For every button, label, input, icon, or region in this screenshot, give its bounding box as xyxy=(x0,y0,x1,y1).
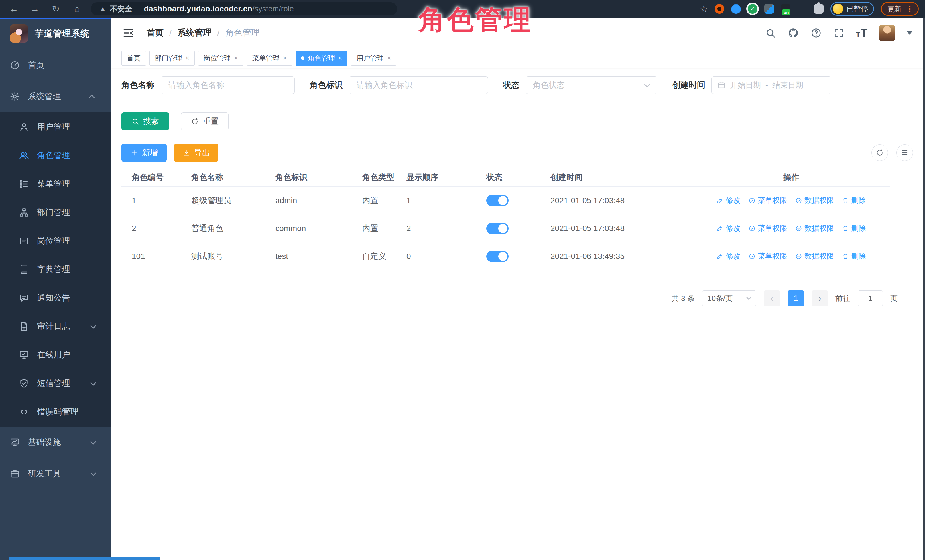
date-start-placeholder[interactable]: 开始日期 xyxy=(730,80,761,90)
bookmark-star-icon[interactable]: ☆ xyxy=(699,3,708,14)
sidebar-item-posts[interactable]: 岗位管理 xyxy=(0,227,111,255)
extension-icon[interactable] xyxy=(764,4,774,14)
status-toggle-on[interactable] xyxy=(486,251,509,262)
cell-role-id: 2 xyxy=(121,215,191,242)
tags-view-bar: 首页 部门管理 × 岗位管理 × 菜单管理 × 角色管理 × xyxy=(111,48,925,68)
address-bar[interactable]: ▲ 不安全 dashboard.yudao.iocoder.cn /system… xyxy=(90,2,397,15)
goto-page-input[interactable] xyxy=(858,290,883,306)
sidebar-item-system[interactable]: 系统管理 xyxy=(0,81,111,112)
data-permission-link[interactable]: 数据权限 xyxy=(795,251,834,261)
data-permission-link[interactable]: 数据权限 xyxy=(795,195,834,206)
close-icon[interactable]: × xyxy=(283,55,287,61)
breadcrumb-section[interactable]: 系统管理 xyxy=(177,27,211,39)
breadcrumb-separator: / xyxy=(217,28,220,38)
sidebar-item-menus[interactable]: 菜单管理 xyxy=(0,170,111,198)
date-range-picker[interactable]: 开始日期 - 结束日期 xyxy=(711,77,831,94)
cell-created-time: 2021-01-05 17:03:48 xyxy=(550,186,693,215)
home-icon[interactable]: ⌂ xyxy=(71,3,83,15)
sidebar-item-home[interactable]: 首页 xyxy=(0,50,111,81)
status-toggle-on[interactable] xyxy=(486,223,509,234)
next-page-button[interactable]: › xyxy=(812,290,828,306)
font-size-icon[interactable]: TT xyxy=(856,28,868,39)
prev-page-button[interactable]: ‹ xyxy=(764,290,780,306)
date-end-placeholder[interactable]: 结束日期 xyxy=(773,80,803,90)
avatar[interactable] xyxy=(879,25,895,41)
back-icon[interactable]: ← xyxy=(8,3,20,15)
close-icon[interactable]: × xyxy=(234,55,238,61)
cell-role-name: 测试账号 xyxy=(191,242,276,270)
search-icon[interactable] xyxy=(765,27,776,39)
close-icon[interactable]: × xyxy=(387,55,391,61)
sidebar-item-notices[interactable]: 通知公告 xyxy=(0,284,111,312)
tab-posts[interactable]: 岗位管理 × xyxy=(198,51,243,66)
collapse-sidebar-icon[interactable] xyxy=(122,27,134,39)
forward-icon[interactable]: → xyxy=(29,3,41,15)
tab-home[interactable]: 首页 xyxy=(121,51,146,66)
breadcrumb-current: 角色管理 xyxy=(226,27,260,39)
cell-role-sort: 1 xyxy=(407,186,486,215)
status-toggle-on[interactable] xyxy=(486,195,509,206)
close-icon[interactable]: × xyxy=(185,55,189,61)
badge-card-icon xyxy=(19,236,29,246)
table-settings xyxy=(871,144,913,161)
breadcrumb-home[interactable]: 首页 xyxy=(146,27,164,39)
delete-link[interactable]: 删除 xyxy=(842,223,866,233)
table-toolbar: 新增 导出 xyxy=(121,144,915,162)
menu-permission-link[interactable]: 菜单权限 xyxy=(749,251,787,261)
page-size-select[interactable]: 10条/页 xyxy=(702,290,756,306)
tab-users[interactable]: 用户管理 × xyxy=(351,51,396,66)
extension-icon[interactable]: ✓ xyxy=(748,4,758,14)
sidebar-item-sms[interactable]: 短信管理 xyxy=(0,369,111,398)
sidebar-item-infrastructure[interactable]: 基础设施 xyxy=(0,427,111,458)
delete-link[interactable]: 删除 xyxy=(842,251,866,261)
search-button[interactable]: 搜索 xyxy=(121,112,169,131)
data-permission-link[interactable]: 数据权限 xyxy=(795,223,834,233)
sidebar-item-audit-log[interactable]: 审计日志 xyxy=(0,312,111,341)
role-code-input[interactable] xyxy=(349,77,488,94)
browser-menu-icon[interactable]: ⋮ xyxy=(905,4,914,14)
sidebar-item-label: 研发工具 xyxy=(28,468,61,479)
status-label: 状态 xyxy=(503,80,519,91)
add-button[interactable]: 新增 xyxy=(121,144,167,162)
edit-link[interactable]: 修改 xyxy=(717,195,741,206)
extension-icon[interactable] xyxy=(715,4,724,14)
status-select[interactable]: 角色状态 xyxy=(526,77,657,94)
sidebar-logo-row[interactable]: 芋道管理系统 xyxy=(0,18,111,50)
sidebar-item-dictionary[interactable]: 字典管理 xyxy=(0,255,111,284)
role-name-input[interactable] xyxy=(161,77,295,94)
tab-departments[interactable]: 部门管理 × xyxy=(149,51,195,66)
delete-link[interactable]: 删除 xyxy=(842,195,866,206)
create-time-label: 创建时间 xyxy=(672,80,705,91)
pagination: 共 3 条 10条/页 ‹ 1 › 前往 页 xyxy=(121,290,915,306)
edit-link[interactable]: 修改 xyxy=(717,223,741,233)
refresh-table-button[interactable] xyxy=(871,144,888,161)
browser-update-button[interactable]: 更新 ⋮ xyxy=(881,2,919,16)
help-icon[interactable] xyxy=(811,27,822,39)
extension-icon[interactable] xyxy=(797,4,807,14)
column-settings-button[interactable] xyxy=(896,144,913,161)
extension-icon[interactable] xyxy=(731,4,741,14)
edit-link[interactable]: 修改 xyxy=(717,251,741,261)
menu-permission-link[interactable]: 菜单权限 xyxy=(749,195,787,206)
sidebar-item-dev-tools[interactable]: 研发工具 xyxy=(0,458,111,489)
download-icon xyxy=(182,149,190,157)
current-page-button[interactable]: 1 xyxy=(788,290,804,306)
tab-roles[interactable]: 角色管理 × xyxy=(295,51,348,66)
extension-icon[interactable] xyxy=(781,4,791,14)
menu-permission-link[interactable]: 菜单权限 xyxy=(749,223,787,233)
browser-profile-paused[interactable]: 已暂停 xyxy=(830,2,874,16)
sidebar-item-users[interactable]: 用户管理 xyxy=(0,113,111,141)
github-icon[interactable] xyxy=(788,27,799,39)
avatar-dropdown-caret-icon[interactable] xyxy=(907,32,913,35)
sidebar-item-error-codes[interactable]: 错误码管理 xyxy=(0,398,111,426)
fullscreen-icon[interactable] xyxy=(833,27,845,39)
close-icon[interactable]: × xyxy=(339,55,342,61)
extensions-puzzle-icon[interactable] xyxy=(814,4,824,14)
tab-menus[interactable]: 菜单管理 × xyxy=(247,51,292,66)
export-button[interactable]: 导出 xyxy=(174,144,218,162)
reload-icon[interactable]: ↻ xyxy=(50,3,62,15)
sidebar-item-roles[interactable]: 角色管理 xyxy=(0,141,111,170)
reset-button[interactable]: 重置 xyxy=(181,112,229,131)
sidebar-item-online-users[interactable]: 在线用户 xyxy=(0,341,111,369)
sidebar-item-departments[interactable]: 部门管理 xyxy=(0,198,111,227)
